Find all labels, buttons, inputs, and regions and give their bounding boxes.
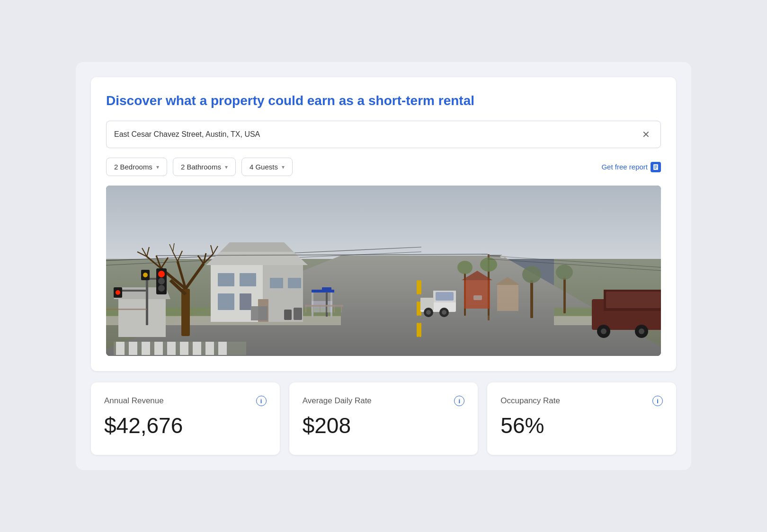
occupancy-rate-card: Occupancy Rate i 56% bbox=[487, 382, 676, 455]
average-daily-rate-info-icon[interactable]: i bbox=[454, 396, 464, 406]
average-daily-rate-card: Average Daily Rate i $208 bbox=[289, 382, 478, 455]
svg-point-95 bbox=[426, 310, 431, 315]
svg-rect-119 bbox=[312, 305, 313, 312]
svg-point-110 bbox=[457, 261, 473, 274]
svg-rect-69 bbox=[146, 278, 148, 325]
main-card: Discover what a property could earn as a… bbox=[91, 77, 676, 371]
svg-rect-43 bbox=[240, 293, 251, 310]
svg-rect-2 bbox=[654, 167, 657, 167]
svg-rect-120 bbox=[320, 305, 321, 312]
svg-rect-81 bbox=[258, 306, 268, 320]
svg-rect-1 bbox=[654, 166, 657, 166]
report-icon bbox=[651, 162, 661, 172]
svg-rect-105 bbox=[530, 280, 533, 318]
svg-rect-19 bbox=[116, 342, 125, 355]
svg-rect-127 bbox=[473, 295, 482, 300]
svg-point-106 bbox=[522, 266, 541, 283]
svg-rect-12 bbox=[417, 280, 419, 294]
svg-rect-117 bbox=[305, 305, 343, 307]
page-container: Discover what a property could earn as a… bbox=[76, 62, 691, 470]
bedrooms-dropdown[interactable]: 2 Bedrooms ▾ bbox=[106, 158, 167, 176]
svg-rect-22 bbox=[154, 342, 163, 355]
bathrooms-label: 2 Bathrooms bbox=[181, 163, 221, 171]
svg-rect-13 bbox=[419, 280, 421, 294]
search-bar: ✕ bbox=[106, 121, 661, 148]
svg-rect-82 bbox=[284, 310, 292, 320]
svg-marker-38 bbox=[206, 252, 308, 265]
svg-rect-26 bbox=[205, 342, 214, 355]
svg-rect-41 bbox=[240, 273, 256, 286]
svg-rect-14 bbox=[417, 301, 419, 316]
svg-rect-45 bbox=[270, 278, 283, 288]
svg-rect-17 bbox=[419, 323, 421, 337]
svg-rect-3 bbox=[654, 168, 656, 168]
annual-revenue-label: Annual Revenue bbox=[104, 396, 164, 406]
free-report-link[interactable]: Get free report bbox=[601, 162, 661, 172]
annual-revenue-card: Annual Revenue i $42,676 bbox=[91, 382, 280, 455]
svg-point-102 bbox=[601, 328, 606, 334]
svg-point-104 bbox=[639, 328, 644, 334]
annual-revenue-header: Annual Revenue i bbox=[104, 396, 267, 406]
svg-rect-83 bbox=[294, 308, 302, 320]
svg-rect-128 bbox=[106, 309, 147, 310]
svg-point-108 bbox=[556, 265, 573, 280]
svg-rect-21 bbox=[142, 342, 150, 355]
guests-dropdown[interactable]: 4 Guests ▾ bbox=[241, 158, 293, 176]
guests-label: 4 Guests bbox=[250, 163, 278, 171]
svg-point-74 bbox=[158, 285, 165, 292]
average-daily-rate-label: Average Daily Rate bbox=[303, 396, 372, 406]
svg-rect-47 bbox=[118, 299, 166, 337]
svg-marker-39 bbox=[220, 242, 294, 252]
svg-rect-100 bbox=[606, 292, 660, 308]
annual-revenue-value: $42,676 bbox=[104, 414, 267, 438]
occupancy-rate-info-icon[interactable]: i bbox=[652, 396, 663, 406]
svg-rect-16 bbox=[417, 323, 419, 337]
svg-rect-24 bbox=[180, 342, 188, 355]
bedrooms-label: 2 Bedrooms bbox=[114, 163, 152, 171]
svg-rect-27 bbox=[218, 342, 227, 355]
occupancy-rate-header: Occupancy Rate i bbox=[500, 396, 663, 406]
average-daily-rate-header: Average Daily Rate i bbox=[303, 396, 465, 406]
svg-rect-123 bbox=[341, 305, 342, 312]
svg-rect-42 bbox=[218, 293, 234, 310]
page-title: Discover what a property could earn as a… bbox=[106, 92, 661, 109]
svg-rect-23 bbox=[167, 342, 176, 355]
svg-point-73 bbox=[158, 278, 165, 284]
search-input[interactable] bbox=[114, 130, 639, 139]
svg-rect-89 bbox=[326, 292, 328, 317]
svg-point-112 bbox=[480, 257, 497, 272]
svg-point-79 bbox=[116, 290, 120, 295]
svg-rect-88 bbox=[322, 287, 331, 292]
svg-point-97 bbox=[442, 310, 446, 315]
guests-chevron-icon: ▾ bbox=[282, 164, 285, 170]
occupancy-rate-value: 56% bbox=[500, 414, 663, 438]
controls-row: 2 Bedrooms ▾ 2 Bathrooms ▾ 4 Guests ▾ Ge… bbox=[106, 158, 661, 176]
svg-rect-4 bbox=[106, 186, 661, 259]
svg-rect-115 bbox=[497, 285, 518, 311]
bathrooms-chevron-icon: ▾ bbox=[225, 164, 228, 170]
bedrooms-chevron-icon: ▾ bbox=[156, 164, 159, 170]
occupancy-rate-label: Occupancy Rate bbox=[500, 396, 560, 406]
free-report-label: Get free report bbox=[601, 163, 648, 171]
bathrooms-dropdown[interactable]: 2 Bathrooms ▾ bbox=[173, 158, 236, 176]
svg-rect-40 bbox=[218, 273, 234, 286]
svg-point-72 bbox=[158, 271, 165, 277]
svg-rect-20 bbox=[129, 342, 137, 355]
svg-rect-107 bbox=[563, 278, 566, 313]
svg-point-76 bbox=[143, 273, 148, 277]
svg-rect-46 bbox=[288, 278, 301, 288]
street-view-image bbox=[106, 186, 661, 356]
svg-rect-121 bbox=[327, 305, 328, 312]
svg-rect-49 bbox=[181, 289, 190, 336]
svg-rect-118 bbox=[305, 305, 306, 312]
average-daily-rate-value: $208 bbox=[303, 414, 465, 438]
annual-revenue-info-icon[interactable]: i bbox=[256, 396, 267, 406]
svg-rect-92 bbox=[436, 292, 454, 301]
svg-rect-113 bbox=[464, 280, 490, 309]
stats-row: Annual Revenue i $42,676 Average Daily R… bbox=[91, 382, 676, 455]
svg-rect-25 bbox=[193, 342, 201, 355]
clear-icon[interactable]: ✕ bbox=[639, 128, 653, 141]
svg-rect-122 bbox=[334, 305, 335, 312]
